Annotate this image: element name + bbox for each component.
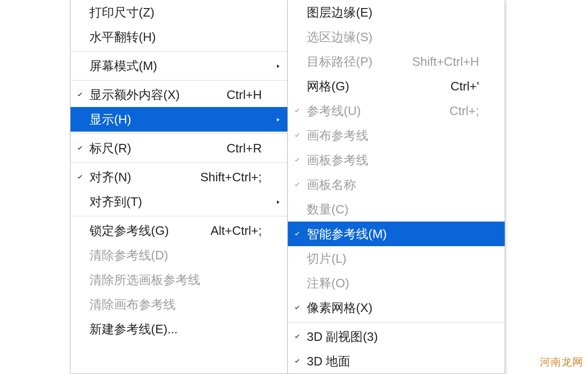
- check-icon: [288, 301, 307, 315]
- submenu-arrow-icon: [273, 112, 287, 127]
- context-menu-left: 打印尺寸(Z)水平翻转(H)屏幕模式(M)显示额外内容(X)Ctrl+H显示(H…: [70, 0, 288, 374]
- menu-separator: [71, 216, 287, 216]
- menu-item-label: 网格(G): [307, 78, 349, 95]
- menu-item-label: 画板参考线: [307, 152, 368, 169]
- menu-item[interactable]: 图层边缘(E): [288, 0, 505, 25]
- menu-separator: [71, 134, 287, 134]
- menu-item-label: 选区边缘(S): [307, 29, 373, 45]
- menu-item-label: 打印尺寸(Z): [89, 4, 154, 21]
- check-icon: [288, 153, 307, 168]
- menu-item: 画布参考线: [288, 123, 505, 148]
- menu-item[interactable]: 锁定参考线(G)Alt+Ctrl+;: [71, 218, 287, 243]
- menu-item-label: 目标路径(P): [307, 53, 373, 70]
- menu-item-shortcut: Shift+Ctrl+H: [412, 54, 490, 69]
- menu-item[interactable]: 显示(H): [71, 107, 287, 132]
- check-icon: [288, 354, 307, 369]
- menu-item[interactable]: 像素网格(X): [288, 295, 505, 320]
- check-icon: [288, 128, 307, 143]
- menu-item-label: 标尺(R): [89, 140, 131, 157]
- menu-item[interactable]: 3D 副视图(3): [288, 324, 505, 349]
- menu-item-label: 参考线(U): [307, 103, 361, 119]
- menu-separator: [71, 162, 287, 163]
- menu-item[interactable]: 水平翻转(H): [71, 25, 287, 49]
- menu-item[interactable]: 网格(G)Ctrl+': [288, 74, 505, 98]
- menu-item-label: 清除画布参考线: [89, 296, 176, 313]
- submenu-arrow-icon: [273, 59, 287, 73]
- menu-item-shortcut: Ctrl+;: [449, 104, 490, 118]
- menu-item-label: 智能参考线(M): [307, 226, 387, 242]
- menu-item-label: 画布参考线: [307, 127, 368, 144]
- menu-item-label: 锁定参考线(G): [89, 223, 169, 239]
- menu-item-label: 注释(O): [307, 275, 349, 292]
- check-icon: [71, 88, 89, 102]
- menu-item-label: 屏幕模式(M): [89, 58, 157, 74]
- watermark-text: 河南龙网: [540, 355, 583, 369]
- menu-item[interactable]: 打印尺寸(Z): [71, 0, 287, 25]
- menu-item-shortcut: Ctrl+H: [227, 88, 273, 102]
- menu-item-label: 3D 副视图(3): [307, 329, 378, 345]
- menu-item: 清除所选画板参考线: [71, 267, 287, 292]
- menu-item-label: 水平翻转(H): [89, 29, 156, 45]
- menu-item-shortcut: Ctrl+R: [227, 141, 273, 156]
- menu-item: 清除画布参考线: [71, 292, 287, 317]
- menu-item-label: 显示(H): [89, 111, 131, 128]
- menu-item[interactable]: 新建参考线(E)...: [71, 317, 287, 341]
- menu-item: 注释(O): [288, 271, 505, 295]
- menu-separator: [71, 51, 287, 52]
- menu-item-label: 新建参考线(E)...: [89, 321, 178, 338]
- menu-item: 参考线(U)Ctrl+;: [288, 98, 505, 123]
- menu-item: 切片(L): [288, 246, 505, 271]
- menu-item-shortcut: Shift+Ctrl+;: [200, 170, 273, 185]
- menu-item[interactable]: 对齐到(T): [71, 189, 287, 214]
- menu-item: 数量(C): [288, 197, 505, 222]
- menu-item-label: 对齐到(T): [89, 194, 142, 210]
- submenu-arrow-icon: [273, 195, 287, 209]
- menu-separator: [288, 322, 505, 322]
- menu-item-label: 像素网格(X): [307, 300, 373, 316]
- menu-item-label: 图层边缘(E): [307, 4, 373, 21]
- menu-item-label: 清除参考线(D): [89, 247, 168, 264]
- menu-item: 选区边缘(S): [288, 25, 505, 49]
- check-icon: [288, 104, 307, 118]
- menu-item-label: 显示额外内容(X): [89, 87, 180, 103]
- check-icon: [71, 170, 89, 185]
- menu-item[interactable]: 标尺(R)Ctrl+R: [71, 136, 287, 160]
- menu-item-label: 清除所选画板参考线: [89, 272, 200, 288]
- menu-item-shortcut: Ctrl+': [450, 79, 490, 94]
- menu-item-label: 画板名称: [307, 177, 356, 193]
- menu-item: 清除参考线(D): [71, 243, 287, 267]
- check-icon: [288, 227, 307, 241]
- menu-item[interactable]: 显示额外内容(X)Ctrl+H: [71, 82, 287, 107]
- menu-item[interactable]: 屏幕模式(M): [71, 53, 287, 78]
- menu-item: 画板参考线: [288, 148, 505, 172]
- menu-item[interactable]: 对齐(N)Shift+Ctrl+;: [71, 165, 287, 189]
- menu-item-label: 数量(C): [307, 201, 348, 218]
- check-icon: [71, 141, 89, 156]
- menu-separator: [71, 80, 287, 80]
- check-icon: [288, 329, 307, 344]
- menu-item[interactable]: 3D 地面: [288, 349, 505, 374]
- menu-item: 目标路径(P)Shift+Ctrl+H: [288, 49, 505, 74]
- menu-item: 画板名称: [288, 172, 505, 197]
- menu-item-label: 切片(L): [307, 250, 347, 267]
- menu-item-label: 对齐(N): [89, 169, 131, 186]
- context-submenu-show: 图层边缘(E)选区边缘(S)目标路径(P)Shift+Ctrl+H网格(G)Ct…: [287, 0, 505, 374]
- menu-item-shortcut: Alt+Ctrl+;: [211, 223, 273, 238]
- menu-item[interactable]: 智能参考线(M): [288, 222, 505, 246]
- check-icon: [288, 178, 307, 192]
- menu-item-label: 3D 地面: [307, 353, 350, 370]
